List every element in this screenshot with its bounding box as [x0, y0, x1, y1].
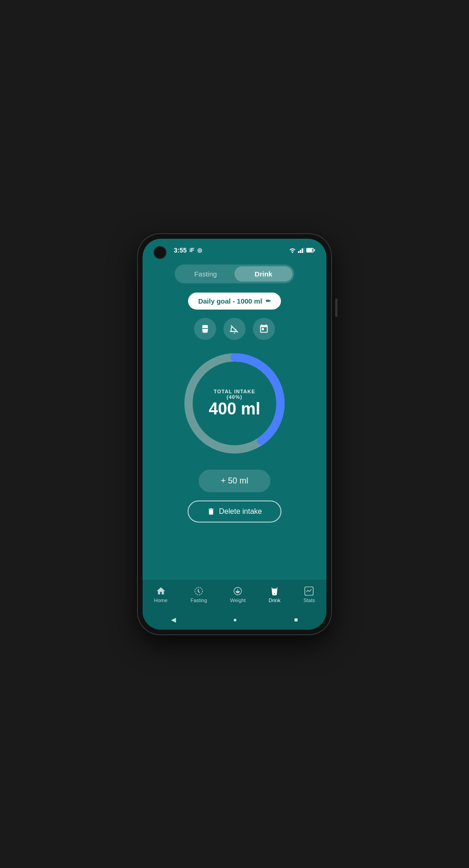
bell-off-icon	[229, 324, 240, 334]
svg-rect-2	[302, 248, 303, 253]
nav-item-home[interactable]: Home	[149, 584, 173, 605]
app-indicator-1: iF	[189, 247, 194, 253]
delete-intake-label: Delete intake	[219, 507, 262, 516]
svg-rect-7	[314, 249, 315, 251]
phone-device: 3:55 iF ◎	[138, 234, 331, 634]
action-icons-row	[194, 318, 275, 340]
cup-icon	[200, 324, 210, 334]
status-time: 3:55	[174, 247, 187, 254]
camera-cutout	[154, 246, 166, 259]
drink-nav-icon	[269, 586, 280, 596]
status-right	[289, 247, 315, 253]
tab-fasting[interactable]: Fasting	[177, 266, 234, 282]
home-icon	[156, 586, 166, 596]
svg-rect-1	[300, 250, 301, 253]
nav-item-drink[interactable]: Drink	[263, 584, 286, 605]
volume-button[interactable]	[335, 299, 337, 317]
signal-icon	[298, 247, 304, 253]
phone-screen: 3:55 iF ◎	[143, 239, 326, 630]
status-left: 3:55 iF ◎	[174, 247, 202, 254]
daily-goal-text: Daily goal - 1000 ml	[198, 297, 262, 305]
edit-icon: ✏	[266, 298, 271, 305]
recent-button[interactable]: ■	[285, 614, 307, 625]
nav-label-stats: Stats	[303, 598, 315, 603]
trash-icon	[207, 507, 215, 516]
nav-label-home: Home	[154, 598, 167, 603]
svg-rect-3	[303, 247, 304, 253]
bottom-nav: Home Fasting Weight	[143, 579, 326, 610]
weight-icon	[233, 586, 243, 596]
intake-value: 400 ml	[207, 400, 262, 418]
home-button[interactable]: ●	[224, 614, 246, 625]
intake-label: TOTAL INTAKE (40%)	[207, 389, 262, 400]
back-button[interactable]: ◀	[162, 614, 185, 625]
calendar-button[interactable]	[253, 318, 275, 340]
battery-icon	[306, 247, 315, 253]
main-content: Fasting Drink Daily goal - 1000 ml ✏	[143, 259, 326, 579]
nav-label-weight: Weight	[230, 598, 246, 603]
tab-drink[interactable]: Drink	[234, 266, 292, 282]
nav-item-fasting[interactable]: Fasting	[185, 584, 212, 605]
svg-rect-6	[307, 248, 312, 252]
nav-item-weight[interactable]: Weight	[224, 584, 251, 605]
progress-circle-container: TOTAL INTAKE (40%) 400 ml	[179, 348, 290, 459]
drink-type-button[interactable]	[194, 318, 216, 340]
circle-center: TOTAL INTAKE (40%) 400 ml	[207, 389, 262, 418]
status-bar: 3:55 iF ◎	[143, 239, 326, 259]
nav-item-stats[interactable]: Stats	[298, 584, 320, 605]
fasting-icon	[194, 586, 204, 596]
android-nav: ◀ ● ■	[143, 610, 326, 630]
svg-rect-0	[298, 251, 299, 253]
nav-label-fasting: Fasting	[190, 598, 207, 603]
daily-goal-badge[interactable]: Daily goal - 1000 ml ✏	[188, 293, 281, 310]
add-amount-button[interactable]: + 50 ml	[199, 470, 270, 492]
app-indicator-2: ◎	[197, 247, 202, 253]
stats-icon	[304, 586, 314, 596]
calendar-icon	[259, 324, 269, 334]
notification-off-button[interactable]	[223, 318, 246, 340]
tab-toggle: Fasting Drink	[175, 264, 294, 283]
nav-label-drink: Drink	[269, 598, 280, 603]
delete-intake-button[interactable]: Delete intake	[188, 500, 281, 523]
wifi-icon	[289, 247, 296, 253]
